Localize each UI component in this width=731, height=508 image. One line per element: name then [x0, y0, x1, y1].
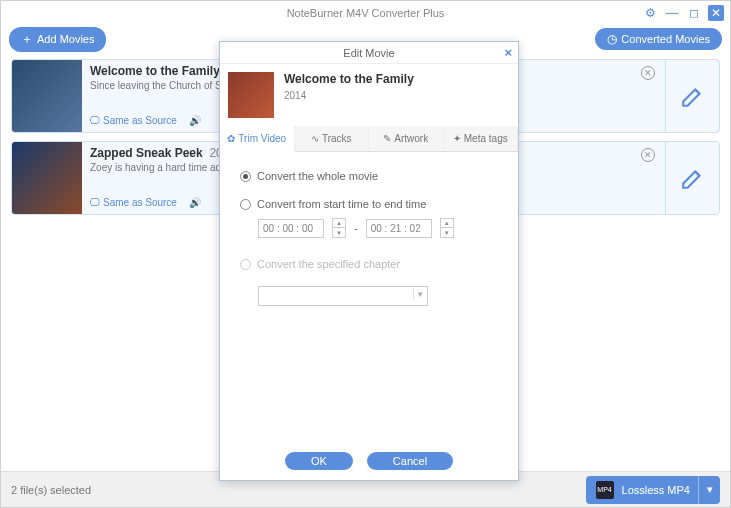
add-movies-label: Add Movies [37, 33, 94, 45]
dialog-movie-year: 2014 [284, 90, 414, 101]
option-label: Convert the whole movie [257, 170, 378, 182]
end-time-spinner[interactable]: ▲▼ [440, 218, 454, 238]
edit-button[interactable] [665, 142, 719, 214]
converted-movies-label: Converted Movies [621, 33, 710, 45]
dialog-thumbnail [228, 72, 274, 118]
pencil-icon [680, 165, 706, 191]
time-separator: - [354, 222, 358, 234]
chevron-down-icon: ▼ [333, 228, 345, 237]
dialog-titlebar: Edit Movie × [220, 42, 518, 64]
resolution-icon: 🖵 Same as Source [90, 115, 177, 126]
tab-artwork[interactable]: ✎Artwork [369, 126, 444, 151]
dialog-title: Edit Movie [343, 47, 394, 59]
dialog-movie-title: Welcome to the Family [284, 72, 414, 86]
start-time-spinner[interactable]: ▲▼ [332, 218, 346, 238]
chapter-select[interactable] [258, 286, 428, 306]
pencil-icon [680, 83, 706, 109]
dialog-body: Convert the whole movie Convert from sta… [220, 152, 518, 324]
tag-icon: ✦ [453, 133, 461, 144]
palette-icon: ✎ [383, 133, 391, 144]
movie-thumbnail [12, 142, 82, 214]
option-label: Convert from start time to end time [257, 198, 426, 210]
format-label: Lossless MP4 [622, 484, 690, 496]
converted-movies-button[interactable]: ◷ Converted Movies [595, 28, 722, 50]
chevron-up-icon: ▲ [333, 219, 345, 228]
option-chapter: Convert the specified chapter [240, 258, 498, 270]
settings-icon[interactable]: ⚙ [642, 5, 658, 21]
option-label: Convert the specified chapter [257, 258, 400, 270]
resolution-icon: 🖵 Same as Source [90, 197, 177, 208]
audio-icon: 🔊 [189, 197, 201, 208]
add-movies-button[interactable]: ＋ Add Movies [9, 27, 106, 52]
chevron-down-icon: ▼ [441, 228, 453, 237]
cancel-button[interactable]: Cancel [367, 452, 453, 470]
remove-icon[interactable]: ✕ [641, 148, 655, 162]
dialog-close-icon[interactable]: × [504, 45, 512, 60]
edit-movie-dialog: Edit Movie × Welcome to the Family 2014 … [219, 41, 519, 481]
maximize-icon[interactable]: ◻ [686, 5, 702, 21]
minimize-icon[interactable]: — [664, 5, 680, 21]
clock-icon: ◷ [607, 32, 617, 46]
remove-icon[interactable]: ✕ [641, 66, 655, 80]
chevron-down-icon[interactable]: ▾ [698, 476, 720, 504]
waveform-icon: ∿ [311, 133, 319, 144]
tab-meta-tags[interactable]: ✦Meta tags [444, 126, 519, 151]
option-time-range[interactable]: Convert from start time to end time [240, 198, 498, 210]
gear-icon: ✿ [227, 133, 235, 144]
dialog-tabs: ✿Trim Video ∿Tracks ✎Artwork ✦Meta tags [220, 126, 518, 152]
audio-icon: 🔊 [189, 115, 201, 126]
start-time-input[interactable]: 00 : 00 : 00 [258, 219, 324, 238]
tab-tracks[interactable]: ∿Tracks [295, 126, 370, 151]
option-whole-movie[interactable]: Convert the whole movie [240, 170, 498, 182]
mp4-icon: MP4 [596, 481, 614, 499]
end-time-input[interactable]: 00 : 21 : 02 [366, 219, 432, 238]
radio-icon[interactable] [240, 171, 251, 182]
plus-icon: ＋ [21, 31, 33, 48]
titlebar: NoteBurner M4V Converter Plus ⚙ — ◻ ✕ [1, 1, 730, 25]
radio-icon [240, 259, 251, 270]
edit-button[interactable] [665, 60, 719, 132]
radio-icon[interactable] [240, 199, 251, 210]
status-text: 2 file(s) selected [11, 484, 91, 496]
app-title: NoteBurner M4V Converter Plus [287, 7, 445, 19]
chevron-up-icon: ▲ [441, 219, 453, 228]
ok-button[interactable]: OK [285, 452, 353, 470]
movie-thumbnail [12, 60, 82, 132]
output-format-button[interactable]: MP4 Lossless MP4 ▾ [586, 476, 720, 504]
tab-trim-video[interactable]: ✿Trim Video [220, 126, 295, 152]
close-icon[interactable]: ✕ [708, 5, 724, 21]
